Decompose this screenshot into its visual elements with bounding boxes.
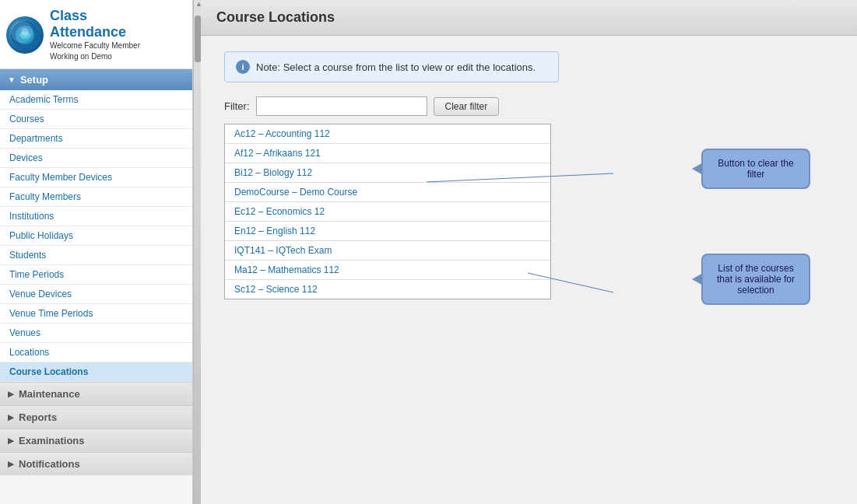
tooltip-arrow-icon xyxy=(692,163,703,175)
sidebar-item-courses[interactable]: Courses xyxy=(0,110,192,129)
sidebar-item-venue-devices[interactable]: Venue Devices xyxy=(0,285,192,304)
filter-input[interactable] xyxy=(256,96,427,116)
maintenance-label: Maintenance xyxy=(19,388,80,400)
sidebar-item-faculty-member-devices[interactable]: Faculty Member Devices xyxy=(0,168,192,187)
sidebar-scrollbar[interactable]: ▲ xyxy=(193,0,201,504)
sidebar-item-devices[interactable]: Devices xyxy=(0,149,192,168)
notifications-section[interactable]: ▶ Notifications xyxy=(0,452,192,475)
reports-arrow-icon: ▶ xyxy=(8,413,14,422)
svg-point-2 xyxy=(21,28,29,36)
tooltip-arrow-icon-2 xyxy=(692,273,703,285)
course-item-ma12[interactable]: Ma12 – Mathematics 112 xyxy=(225,261,550,280)
scrollbar-thumb[interactable] xyxy=(195,16,201,62)
filter-label: Filter: xyxy=(224,100,250,112)
course-item-ec12[interactable]: Ec12 – Economics 12 xyxy=(225,202,550,222)
welcome-text: Welcome Faculty Member Working on Demo xyxy=(50,40,140,62)
page-title-bar: Course Locations xyxy=(201,0,857,36)
sidebar-item-locations[interactable]: Locations xyxy=(0,343,192,362)
sidebar: Class Attendance Welcome Faculty Member … xyxy=(0,0,193,504)
sidebar-item-venues[interactable]: Venues xyxy=(0,324,192,343)
note-text: Note: Select a course from the list to v… xyxy=(256,61,536,73)
reports-section[interactable]: ▶ Reports xyxy=(0,405,192,429)
tooltip-clear-filter: Button to clear the filter xyxy=(701,149,810,189)
examinations-arrow-icon: ▶ xyxy=(8,436,14,445)
notifications-label: Notifications xyxy=(19,458,80,470)
svg-point-0 xyxy=(11,21,39,49)
course-item-ac12[interactable]: Ac12 – Accounting 112 xyxy=(225,124,550,144)
setup-section-header[interactable]: ▼ Setup xyxy=(0,69,192,90)
setup-label: Setup xyxy=(20,74,48,86)
course-item-en12[interactable]: En12 – English 112 xyxy=(225,222,550,241)
app-title-area: Class Attendance Welcome Faculty Member … xyxy=(50,8,140,62)
sidebar-item-time-periods[interactable]: Time Periods xyxy=(0,265,192,285)
sidebar-item-departments[interactable]: Departments xyxy=(0,129,192,149)
sidebar-header: Class Attendance Welcome Faculty Member … xyxy=(0,0,192,69)
course-item-democourse[interactable]: DemoCourse – Demo Course xyxy=(225,183,550,202)
course-item-bi12[interactable]: Bi12 – Biology 112 xyxy=(225,163,550,183)
course-item-af12[interactable]: Af12 – Afrikaans 121 xyxy=(225,144,550,163)
sidebar-item-institutions[interactable]: Institutions xyxy=(0,207,192,226)
sidebar-item-public-holidays[interactable]: Public Holidays xyxy=(0,226,192,246)
maintenance-section[interactable]: ▶ Maintenance xyxy=(0,382,192,405)
course-item-sc12[interactable]: Sc12 – Science 112 xyxy=(225,280,550,299)
course-item-iqt141[interactable]: IQT141 – IQTech Exam xyxy=(225,241,550,261)
info-icon: i xyxy=(236,60,250,74)
page-title: Course Locations xyxy=(216,9,335,25)
content-area: i Note: Select a course from the list to… xyxy=(201,36,857,504)
svg-point-1 xyxy=(16,26,34,44)
examinations-section[interactable]: ▶ Examinations xyxy=(0,429,192,452)
sidebar-item-venue-time-periods[interactable]: Venue Time Periods xyxy=(0,304,192,324)
tooltip-course-list: List of the courses that is available fo… xyxy=(701,254,810,305)
setup-arrow-icon: ▼ xyxy=(8,75,16,84)
main-content: Course Locations i Note: Select a course… xyxy=(201,0,857,504)
note-box: i Note: Select a course from the list to… xyxy=(224,51,559,82)
sidebar-item-course-locations[interactable]: Course Locations xyxy=(0,362,192,382)
maintenance-arrow-icon: ▶ xyxy=(8,390,14,398)
sidebar-item-academic-terms[interactable]: Academic Terms xyxy=(0,90,192,110)
app-title: Class Attendance xyxy=(50,8,140,40)
reports-label: Reports xyxy=(19,411,57,423)
sidebar-item-faculty-members[interactable]: Faculty Members xyxy=(0,187,192,207)
filter-row: Filter: Clear filter xyxy=(224,96,834,116)
sidebar-item-students[interactable]: Students xyxy=(0,246,192,265)
course-list: Ac12 – Accounting 112 Af12 – Afrikaans 1… xyxy=(224,124,551,299)
notifications-arrow-icon: ▶ xyxy=(8,460,14,468)
app-logo xyxy=(6,16,44,54)
clear-filter-button[interactable]: Clear filter xyxy=(434,97,500,116)
examinations-label: Examinations xyxy=(19,435,85,446)
